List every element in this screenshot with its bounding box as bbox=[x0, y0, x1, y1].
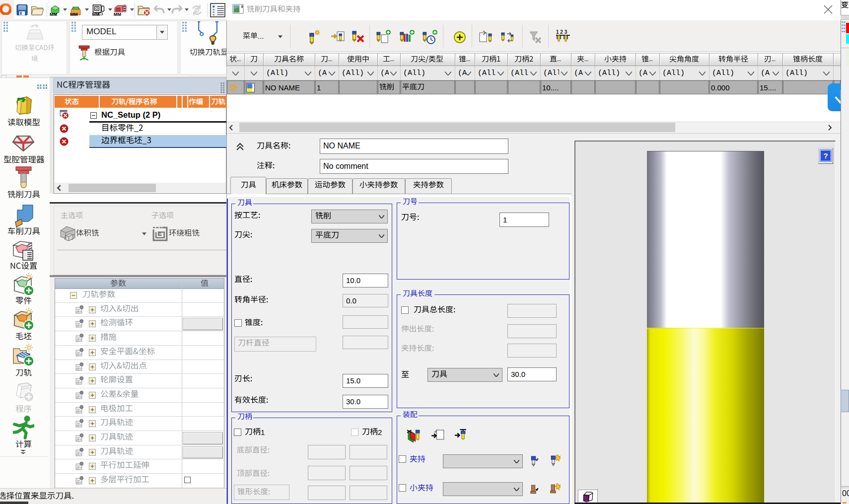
svg-text:MM: MM bbox=[114, 12, 121, 16]
svg-text:1 2 3: 1 2 3 bbox=[556, 29, 567, 35]
svg-text:MM: MM bbox=[50, 12, 57, 17]
svg-text:MM: MM bbox=[92, 12, 100, 16]
svg-text:MM: MM bbox=[70, 12, 78, 16]
